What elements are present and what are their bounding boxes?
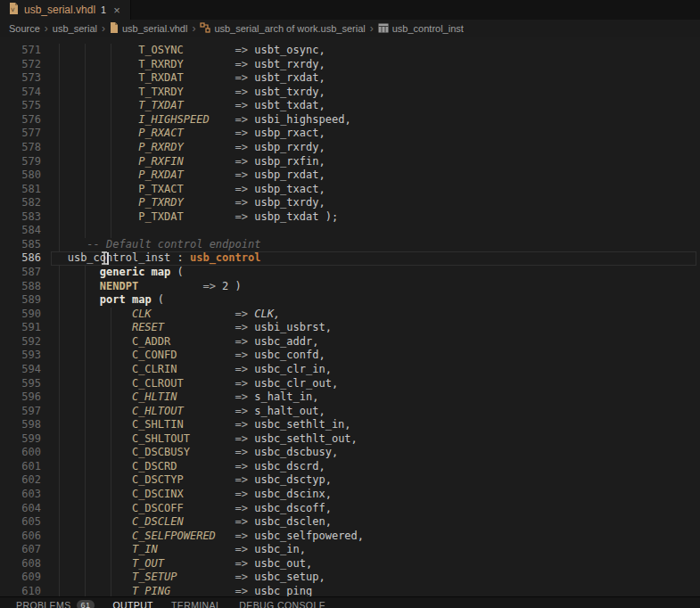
code-text[interactable]: T_OUT => usbc_out, bbox=[48, 557, 312, 571]
code-line[interactable]: 603 C_DSCINX => usbc_dscinx, bbox=[0, 488, 700, 502]
code-text[interactable]: C_DSCLEN => usbc_dsclen, bbox=[48, 515, 332, 530]
code-text[interactable]: C_DSCOFF => usbc_dscoff, bbox=[48, 502, 332, 516]
code-text[interactable]: P_RXFIN => usbp_rxfin, bbox=[48, 155, 325, 169]
code-line[interactable]: 576 I_HIGHSPEED => usbi_highspeed, bbox=[0, 113, 700, 127]
code-line[interactable]: 602 C_DSCTYP => usbc_dsctyp, bbox=[0, 473, 700, 488]
code-line[interactable]: 587 generic map ( bbox=[0, 266, 700, 280]
code-text[interactable]: C_SELFPOWERED => usbc_selfpowered, bbox=[48, 530, 364, 544]
code-line[interactable]: 598 C_SHLTIN => usbc_sethlt_in, bbox=[0, 418, 700, 432]
breadcrumb-item-file[interactable]: usb_serial.vhdl bbox=[110, 22, 187, 35]
code-line[interactable]: 592 C_ADDR => usbc_addr, bbox=[0, 335, 700, 349]
code-text[interactable]: T_RXRDY => usbt_rxrdy, bbox=[48, 58, 325, 72]
code-text[interactable]: -- Default control endpoint bbox=[48, 238, 260, 252]
code-text[interactable]: generic map ( bbox=[48, 266, 184, 280]
code-line[interactable]: 590 CLK => CLK, bbox=[0, 308, 700, 322]
code-text[interactable]: P_TXDAT => usbp_txdat ); bbox=[48, 210, 338, 225]
code-line[interactable]: 577 P_RXACT => usbp_rxact, bbox=[0, 127, 700, 141]
code-text[interactable]: T_TXDAT => usbt_txdat, bbox=[48, 99, 325, 113]
line-number: 574 bbox=[0, 86, 41, 100]
code-text[interactable]: T_PING => usbc_ping bbox=[48, 585, 312, 596]
code-text[interactable]: T_OSYNC => usbt_osync, bbox=[48, 44, 325, 58]
code-line[interactable]: 599 C_SHLTOUT => usbc_sethlt_out, bbox=[0, 432, 700, 447]
code-text[interactable]: C_HLTIN => s_halt_in, bbox=[48, 390, 318, 405]
code-text[interactable]: P_RXDAT => usbp_rxdat, bbox=[48, 168, 325, 183]
code-line[interactable]: 584 bbox=[0, 224, 700, 238]
code-line[interactable]: 575 T_TXDAT => usbt_txdat, bbox=[0, 99, 700, 113]
code-line[interactable]: 594 C_CLRIN => usbc_clr_in, bbox=[0, 363, 700, 377]
code-text[interactable]: I_HIGHSPEED => usbi_highspeed, bbox=[48, 113, 351, 127]
code-text[interactable]: NENDPT => 2 ) bbox=[48, 280, 242, 294]
line-number: 606 bbox=[0, 530, 41, 544]
code-text[interactable]: T_RXDAT => usbt_rxdat, bbox=[48, 71, 325, 86]
code-text[interactable]: T_SETUP => usbc_setup, bbox=[48, 571, 325, 585]
panel-tab-debug-console[interactable]: DEBUG CONSOLE bbox=[239, 600, 325, 608]
code-line[interactable]: 583 P_TXDAT => usbp_txdat ); bbox=[0, 210, 700, 225]
code-text[interactable]: C_ADDR => usbc_addr, bbox=[48, 335, 318, 349]
code-line[interactable]: 610 T_PING => usbc_ping bbox=[0, 585, 700, 596]
code-line[interactable]: 595 C_CLROUT => usbc_clr_out, bbox=[0, 377, 700, 391]
code-text[interactable]: C_HLTOUT => s_halt_out, bbox=[48, 405, 325, 419]
breadcrumb-item-source[interactable]: Source bbox=[9, 23, 40, 34]
code-line[interactable]: 579 P_RXFIN => usbp_rxfin, bbox=[0, 155, 700, 169]
code-line[interactable]: 591 RESET => usbi_usbrst, bbox=[0, 321, 700, 335]
code-line[interactable]: 607 T_IN => usbc_in, bbox=[0, 543, 700, 557]
code-line[interactable]: 609 T_SETUP => usbc_setup, bbox=[0, 571, 700, 585]
breadcrumb-item-usb-serial[interactable]: usb_serial bbox=[53, 23, 97, 34]
code-line[interactable]: 585 -- Default control endpoint bbox=[0, 238, 700, 252]
code-line[interactable]: 582 P_TXRDY => usbp_txrdy, bbox=[0, 196, 700, 210]
code-text[interactable]: T_IN => usbc_in, bbox=[48, 543, 306, 557]
code-text[interactable]: C_SHLTOUT => usbc_sethlt_out, bbox=[48, 432, 358, 447]
breadcrumb-item-architecture[interactable]: usb_serial_arch of work.usb_serial bbox=[200, 22, 365, 35]
code-line[interactable]: 596 C_HLTIN => s_halt_in, bbox=[0, 390, 700, 405]
code-text[interactable]: C_DSCRD => usbc_dscrd, bbox=[48, 460, 325, 474]
bottom-panel: PROBLEMS 61 OUTPUT TERMINAL DEBUG CONSOL… bbox=[0, 596, 700, 608]
code-text[interactable]: C_DSCBUSY => usbc_dscbusy, bbox=[48, 446, 338, 460]
code-line[interactable]: 586 usb_control_inst : usb_control bbox=[0, 251, 700, 266]
code-line[interactable]: 581 P_TXACT => usbp_txact, bbox=[0, 183, 700, 197]
code-text[interactable]: RESET => usbi_usbrst, bbox=[48, 321, 332, 335]
code-text[interactable]: C_SHLTIN => usbc_sethlt_in, bbox=[48, 418, 351, 432]
code-line[interactable]: 588 NENDPT => 2 ) bbox=[0, 280, 700, 294]
code-line[interactable]: 571 T_OSYNC => usbt_osync, bbox=[0, 44, 700, 58]
code-text[interactable]: CLK => CLK, bbox=[48, 308, 280, 322]
code-text[interactable]: P_TXRDY => usbp_txrdy, bbox=[48, 196, 325, 210]
line-number: 608 bbox=[0, 557, 41, 571]
code-text[interactable]: C_DSCINX => usbc_dscinx, bbox=[48, 488, 332, 502]
panel-tab-output[interactable]: OUTPUT bbox=[112, 600, 153, 608]
code-line[interactable]: 574 T_TXRDY => usbt_txrdy, bbox=[0, 86, 700, 100]
code-text[interactable]: port map ( bbox=[48, 293, 164, 308]
code-line[interactable]: 572 T_RXRDY => usbt_rxrdy, bbox=[0, 58, 700, 72]
code-text[interactable]: T_TXRDY => usbt_txrdy, bbox=[48, 86, 325, 100]
code-line[interactable]: 593 C_CONFD => usbc_confd, bbox=[0, 349, 700, 363]
code-text[interactable]: C_DSCTYP => usbc_dsctyp, bbox=[48, 473, 332, 488]
code-line[interactable]: 604 C_DSCOFF => usbc_dscoff, bbox=[0, 502, 700, 516]
code-text[interactable]: usb_control_inst : usb_control bbox=[48, 251, 260, 266]
code-text[interactable]: C_CONFD => usbc_confd, bbox=[48, 349, 325, 363]
panel-tab-terminal[interactable]: TERMINAL bbox=[171, 600, 221, 608]
code-line[interactable]: 600 C_DSCBUSY => usbc_dscbusy, bbox=[0, 446, 700, 460]
code-line[interactable]: 580 P_RXDAT => usbp_rxdat, bbox=[0, 168, 700, 183]
code-line[interactable]: 605 C_DSCLEN => usbc_dsclen, bbox=[0, 515, 700, 530]
problems-count-badge: 61 bbox=[77, 600, 95, 608]
code-line[interactable]: 573 T_RXDAT => usbt_rxdat, bbox=[0, 71, 700, 86]
line-number: 597 bbox=[0, 405, 41, 419]
code-line[interactable]: 608 T_OUT => usbc_out, bbox=[0, 557, 700, 571]
code-line[interactable]: 578 P_RXRDY => usbp_rxrdy, bbox=[0, 141, 700, 155]
code-line[interactable]: 589 port map ( bbox=[0, 293, 700, 308]
tab-usb-serial-vhdl[interactable]: V usb_serial.vhdl 1 × bbox=[0, 0, 131, 20]
code-text[interactable]: P_TXACT => usbp_txact, bbox=[48, 183, 325, 197]
line-number: 587 bbox=[0, 266, 41, 280]
code-line[interactable]: 601 C_DSCRD => usbc_dscrd, bbox=[0, 460, 700, 474]
code-text[interactable]: P_RXRDY => usbp_rxrdy, bbox=[48, 141, 325, 155]
close-icon[interactable]: × bbox=[111, 4, 122, 16]
line-number: 596 bbox=[0, 390, 41, 405]
code-text[interactable]: C_CLROUT => usbc_clr_out, bbox=[48, 377, 338, 391]
panel-tab-problems[interactable]: PROBLEMS 61 bbox=[16, 600, 95, 608]
chevron-right-icon: › bbox=[192, 22, 195, 35]
code-editor[interactable]: 571 T_OSYNC => usbt_osync,572 T_RXRDY =>… bbox=[0, 37, 700, 596]
code-text[interactable]: P_RXACT => usbp_rxact, bbox=[48, 127, 325, 141]
code-text[interactable]: C_CLRIN => usbc_clr_in, bbox=[48, 363, 332, 377]
code-line[interactable]: 606 C_SELFPOWERED => usbc_selfpowered, bbox=[0, 530, 700, 544]
code-line[interactable]: 597 C_HLTOUT => s_halt_out, bbox=[0, 405, 700, 419]
breadcrumb-item-instance[interactable]: usb_control_inst bbox=[378, 23, 464, 35]
